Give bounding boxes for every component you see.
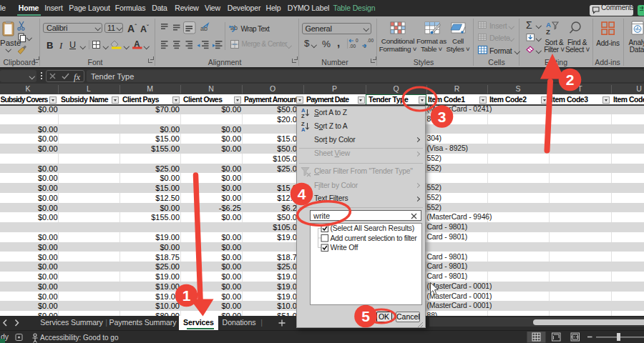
svg-text:fx: fx [74,72,80,82]
